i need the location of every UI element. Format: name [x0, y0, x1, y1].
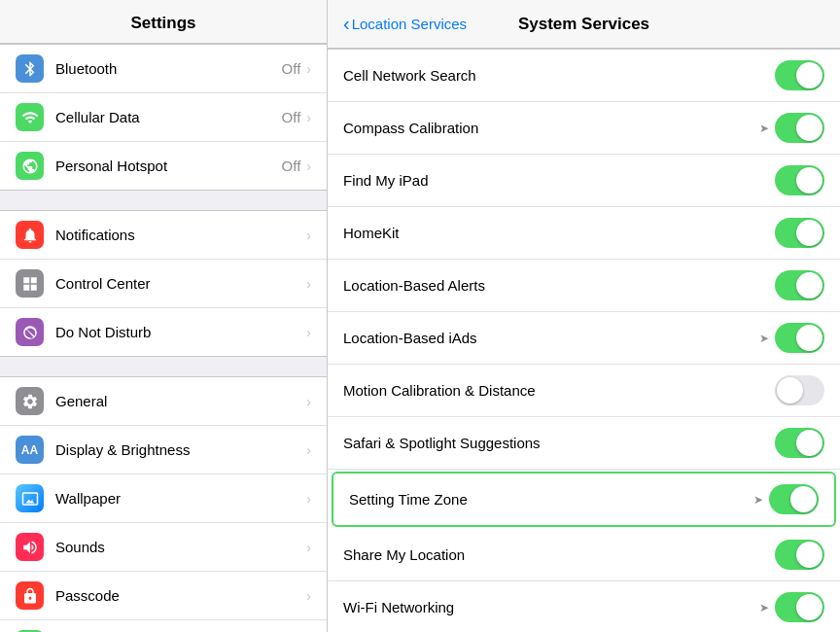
- sidebar-item-hotspot[interactable]: Personal Hotspot Off ›: [0, 142, 327, 190]
- sidebar-item-passcode[interactable]: Passcode ›: [0, 572, 327, 620]
- display-icon: AA: [16, 436, 44, 464]
- homekit-toggle[interactable]: [775, 218, 824, 248]
- sidebar-item-sounds[interactable]: Sounds ›: [0, 523, 327, 572]
- wallpaper-chevron: ›: [306, 491, 311, 507]
- bluetooth-label: Bluetooth: [55, 60, 282, 77]
- display-chevron: ›: [306, 442, 311, 458]
- homekit-label: HomeKit: [343, 225, 775, 241]
- right-item-share-location[interactable]: Share My Location: [328, 529, 840, 581]
- bluetooth-icon: [16, 54, 44, 83]
- right-item-wifi[interactable]: Wi-Fi Networking ➤: [328, 581, 840, 632]
- motion-toggle[interactable]: [775, 375, 824, 405]
- general-chevron: ›: [306, 394, 311, 409]
- sounds-label: Sounds: [55, 539, 300, 555]
- right-item-cell-network[interactable]: Cell Network Search: [328, 50, 840, 102]
- wifi-toggle[interactable]: [775, 592, 824, 622]
- settings-section-2: Notifications › Control Center › Do Not …: [0, 210, 327, 357]
- right-items-list: Cell Network Search Compass Calibration …: [328, 49, 840, 632]
- bluetooth-chevron: ›: [306, 61, 311, 77]
- sidebar-item-wallpaper[interactable]: Wallpaper ›: [0, 474, 327, 523]
- hotspot-value: Off: [282, 158, 301, 174]
- display-label: Display & Brightness: [55, 441, 300, 458]
- do-not-disturb-label: Do Not Disturb: [55, 324, 300, 340]
- control-center-label: Control Center: [55, 275, 300, 292]
- sounds-icon: [16, 533, 44, 561]
- settings-section-3: General › AA Display & Brightness › Wall…: [0, 376, 327, 632]
- right-item-time-zone[interactable]: Setting Time Zone ➤: [332, 472, 836, 527]
- cell-network-label: Cell Network Search: [343, 67, 775, 84]
- back-button[interactable]: ‹ Location Services: [343, 13, 467, 35]
- right-item-location-alerts[interactable]: Location-Based Alerts: [328, 260, 840, 312]
- find-ipad-toggle[interactable]: [775, 165, 824, 195]
- time-zone-toggle[interactable]: [769, 484, 819, 514]
- location-alerts-toggle[interactable]: [775, 270, 824, 300]
- cellular-label: Cellular Data: [55, 109, 282, 125]
- cellular-value: Off: [282, 109, 301, 125]
- sidebar-item-do-not-disturb[interactable]: Do Not Disturb ›: [0, 308, 327, 356]
- compass-label: Compass Calibration: [343, 120, 759, 136]
- do-not-disturb-icon: [16, 318, 44, 346]
- left-panel: Settings Bluetooth Off › Cellular Data O…: [0, 0, 328, 632]
- location-iads-toggle[interactable]: [775, 323, 824, 353]
- sidebar-item-cellular[interactable]: Cellular Data Off ›: [0, 93, 327, 142]
- hotspot-label: Personal Hotspot: [55, 158, 282, 174]
- share-location-label: Share My Location: [343, 546, 775, 563]
- passcode-label: Passcode: [55, 587, 300, 604]
- notifications-label: Notifications: [55, 227, 300, 243]
- sidebar-item-general[interactable]: General ›: [0, 377, 327, 426]
- passcode-icon: [16, 581, 44, 610]
- passcode-chevron: ›: [306, 588, 311, 604]
- hotspot-icon: [16, 152, 44, 180]
- notifications-icon: [16, 221, 44, 249]
- back-label: Location Services: [352, 16, 467, 32]
- location-iads-label: Location-Based iAds: [343, 330, 759, 346]
- right-item-find-ipad[interactable]: Find My iPad: [328, 155, 840, 207]
- sidebar-item-control-center[interactable]: Control Center ›: [0, 260, 327, 308]
- cellular-icon: [16, 103, 44, 131]
- location-iads-arrow-icon: ➤: [759, 332, 769, 345]
- wifi-arrow-icon: ➤: [759, 601, 769, 614]
- right-item-motion[interactable]: Motion Calibration & Distance: [328, 365, 840, 417]
- wallpaper-label: Wallpaper: [55, 490, 300, 507]
- bluetooth-value: Off: [282, 60, 301, 77]
- control-center-chevron: ›: [306, 276, 311, 292]
- time-zone-label: Setting Time Zone: [349, 491, 753, 508]
- settings-title: Settings: [0, 14, 327, 33]
- sidebar-item-notifications[interactable]: Notifications ›: [0, 211, 327, 260]
- cellular-chevron: ›: [306, 110, 311, 125]
- right-item-safari[interactable]: Safari & Spotlight Suggestions: [328, 417, 840, 470]
- hotspot-chevron: ›: [306, 158, 311, 174]
- compass-location-icon: ➤: [759, 122, 769, 135]
- settings-header: Settings: [0, 0, 327, 44]
- general-label: General: [55, 393, 300, 409]
- general-icon: [16, 387, 44, 415]
- control-center-icon: [16, 269, 44, 298]
- cell-network-toggle[interactable]: [775, 60, 824, 90]
- share-location-toggle[interactable]: [775, 540, 824, 570]
- sidebar-item-battery[interactable]: Battery ›: [0, 620, 327, 632]
- location-alerts-label: Location-Based Alerts: [343, 277, 775, 294]
- sounds-chevron: ›: [306, 540, 311, 555]
- find-ipad-label: Find My iPad: [343, 172, 775, 189]
- wifi-label: Wi-Fi Networking: [343, 599, 759, 615]
- motion-label: Motion Calibration & Distance: [343, 382, 775, 399]
- right-panel: ‹ Location Services System Services Cell…: [328, 0, 840, 632]
- settings-groups: Bluetooth Off › Cellular Data Off › Pers…: [0, 44, 327, 632]
- sidebar-item-bluetooth[interactable]: Bluetooth Off ›: [0, 45, 327, 93]
- do-not-disturb-chevron: ›: [306, 325, 311, 340]
- safari-label: Safari & Spotlight Suggestions: [343, 435, 775, 451]
- back-chevron-icon: ‹: [343, 13, 350, 35]
- right-item-homekit[interactable]: HomeKit: [328, 207, 840, 260]
- settings-section-1: Bluetooth Off › Cellular Data Off › Pers…: [0, 44, 327, 191]
- right-item-location-iads[interactable]: Location-Based iAds ➤: [328, 312, 840, 365]
- sidebar-item-display[interactable]: AA Display & Brightness ›: [0, 426, 327, 474]
- right-title: System Services: [518, 15, 649, 34]
- wallpaper-icon: [16, 484, 44, 512]
- safari-toggle[interactable]: [775, 428, 824, 458]
- time-zone-arrow-icon: ➤: [753, 493, 763, 507]
- notifications-chevron: ›: [306, 228, 311, 243]
- right-header: ‹ Location Services System Services: [328, 0, 840, 49]
- right-item-compass[interactable]: Compass Calibration ➤: [328, 102, 840, 155]
- compass-toggle[interactable]: [775, 113, 824, 143]
